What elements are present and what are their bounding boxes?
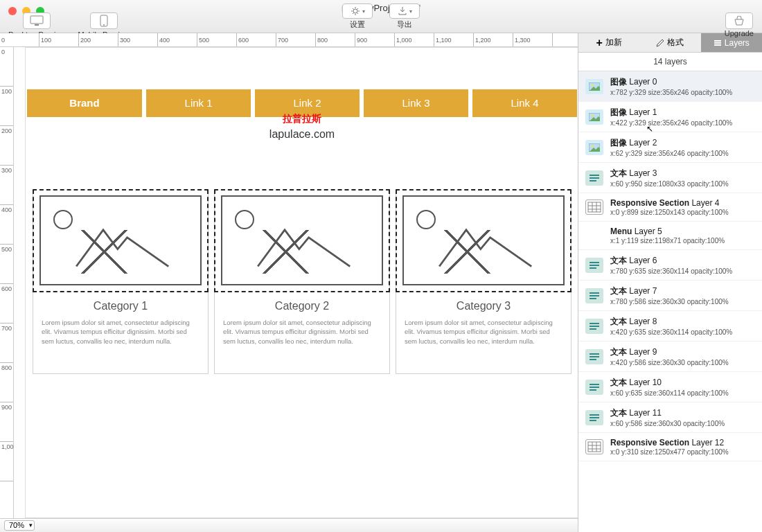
layer-row[interactable]: Menu Layer 5x:1 y:119 size:1198x71 opaci… bbox=[578, 222, 762, 250]
gear-icon bbox=[351, 6, 360, 16]
mobile-icon bbox=[100, 15, 108, 27]
card[interactable]: Category 2Lorem ipsum dolor sit amet, co… bbox=[214, 189, 390, 374]
layer-row[interactable]: 图像 Layer 0x:782 y:329 size:356x246 opaci… bbox=[578, 71, 762, 102]
layer-info: Responsive Section Layer 4x:0 y:899 size… bbox=[610, 198, 729, 216]
layer-info: 文本 Layer 3x:60 y:950 size:1080x33 opacit… bbox=[610, 168, 729, 188]
image-icon bbox=[585, 140, 603, 155]
zoom-select[interactable]: 70% bbox=[4, 520, 35, 531]
text-icon bbox=[585, 319, 603, 334]
svg-rect-7 bbox=[714, 42, 721, 44]
layer-row[interactable]: 图像 Layer 2x:62 y:329 size:356x246 opacit… bbox=[578, 132, 762, 163]
image-icon bbox=[585, 79, 603, 94]
design-canvas[interactable]: Brand Link 1 Link 2 Link 3 Link 4 拉普拉斯 l… bbox=[14, 47, 578, 518]
svg-rect-18 bbox=[588, 202, 601, 212]
layer-row[interactable]: 文本 Layer 6x:780 y:635 size:360x114 opaci… bbox=[578, 250, 762, 281]
layer-row[interactable]: Responsive Section Layer 12x:0 y:310 siz… bbox=[578, 433, 762, 461]
basket-icon bbox=[733, 16, 745, 26]
svg-point-10 bbox=[592, 84, 594, 86]
tab-style[interactable]: 格式 bbox=[639, 33, 700, 53]
card-image-placeholder[interactable] bbox=[33, 190, 209, 292]
settings-button[interactable]: ▾ 设置 bbox=[342, 3, 373, 30]
grid-icon bbox=[585, 200, 603, 215]
card[interactable]: Category 3Lorem ipsum dolor sit amet, co… bbox=[396, 189, 572, 374]
svg-point-14 bbox=[592, 145, 594, 147]
card-image-placeholder[interactable] bbox=[396, 190, 572, 292]
export-button[interactable]: ▾ 导出 bbox=[389, 3, 420, 30]
layer-info: 文本 Layer 10x:60 y:635 size:360x114 opaci… bbox=[610, 377, 729, 397]
svg-rect-8 bbox=[714, 44, 721, 46]
svg-rect-1 bbox=[30, 16, 43, 24]
toolbar-center: ▾ 设置 ▾ 导出 bbox=[342, 3, 420, 30]
card-heading: Category 3 bbox=[396, 292, 571, 318]
layer-row[interactable]: Responsive Section Layer 4x:0 y:899 size… bbox=[578, 193, 762, 222]
svg-rect-6 bbox=[714, 40, 721, 42]
layer-info: 文本 Layer 8x:420 y:635 size:360x114 opaci… bbox=[610, 316, 732, 336]
pencil-icon bbox=[656, 39, 664, 47]
svg-point-4 bbox=[103, 24, 105, 26]
layer-info: 图像 Layer 2x:62 y:329 size:356x246 opacit… bbox=[610, 137, 729, 157]
watermark-url: lapulace.com bbox=[26, 128, 578, 141]
card-body: Lorem ipsum dolor sit amet, consectetur … bbox=[215, 318, 389, 373]
canvas-area: 01002003004005006007008009001,0001,1001,… bbox=[0, 33, 578, 532]
layer-row[interactable]: 文本 Layer 3x:60 y:950 size:1080x33 opacit… bbox=[578, 163, 762, 193]
layer-info: Responsive Section Layer 12x:0 y:310 siz… bbox=[610, 438, 729, 456]
layers-icon bbox=[714, 39, 722, 47]
titlebar: NewProject.wolf Desktop Preview Mobile P… bbox=[0, 0, 762, 33]
card[interactable]: Category 1Lorem ipsum dolor sit amet, co… bbox=[33, 189, 209, 374]
watermark-cn: 拉普拉斯 bbox=[26, 113, 578, 125]
layer-info: 文本 Layer 7x:780 y:586 size:360x30 opacit… bbox=[610, 285, 729, 305]
card-heading: Category 2 bbox=[215, 292, 389, 318]
layer-info: 文本 Layer 6x:780 y:635 size:360x114 opaci… bbox=[610, 255, 732, 275]
text-icon bbox=[585, 380, 603, 395]
card-body: Lorem ipsum dolor sit amet, consectetur … bbox=[396, 318, 571, 373]
side-panel: +加新 格式 Layers 14 layers 图像 Layer 0x:782 … bbox=[578, 33, 762, 532]
svg-point-12 bbox=[592, 114, 594, 116]
ruler-horizontal: 01002003004005006007008009001,0001,1001,… bbox=[0, 33, 578, 47]
layer-row[interactable]: 文本 Layer 9x:420 y:586 size:360x30 opacit… bbox=[578, 342, 762, 372]
export-icon bbox=[398, 6, 407, 16]
status-bar: 70% bbox=[0, 518, 578, 532]
layer-info: ↖图像 Layer 1x:422 y:329 size:356x246 opac… bbox=[610, 107, 732, 127]
svg-point-5 bbox=[353, 9, 357, 13]
card-section: Category 1Lorem ipsum dolor sit amet, co… bbox=[26, 189, 578, 374]
layer-row[interactable]: ↖图像 Layer 1x:422 y:329 size:356x246 opac… bbox=[578, 102, 762, 132]
layer-row[interactable]: 文本 Layer 10x:60 y:635 size:360x114 opaci… bbox=[578, 372, 762, 402]
layer-row[interactable]: 文本 Layer 11x:60 y:586 size:360x30 opacit… bbox=[578, 402, 762, 433]
layer-row[interactable]: 文本 Layer 7x:780 y:586 size:360x30 opacit… bbox=[578, 281, 762, 311]
layer-info: 图像 Layer 0x:782 y:329 size:356x246 opaci… bbox=[610, 76, 732, 96]
text-icon bbox=[585, 349, 603, 364]
ruler-vertical: 01002003004005006007008009001,000 bbox=[0, 47, 14, 518]
tab-add[interactable]: +加新 bbox=[578, 33, 639, 53]
text-icon bbox=[585, 288, 603, 303]
layer-info: 文本 Layer 9x:420 y:586 size:360x30 opacit… bbox=[610, 346, 729, 366]
layer-info: Menu Layer 5x:1 y:119 size:1198x71 opaci… bbox=[610, 227, 725, 245]
text-icon bbox=[585, 410, 603, 425]
layers-count: 14 layers bbox=[578, 53, 762, 71]
image-icon bbox=[585, 109, 603, 125]
upgrade-button[interactable]: Upgrade bbox=[725, 12, 754, 37]
text-icon bbox=[585, 170, 603, 186]
layers-list[interactable]: 图像 Layer 0x:782 y:329 size:356x246 opaci… bbox=[578, 71, 762, 532]
card-image-placeholder[interactable] bbox=[214, 190, 390, 292]
svg-rect-2 bbox=[35, 24, 39, 26]
page: Brand Link 1 Link 2 Link 3 Link 4 拉普拉斯 l… bbox=[25, 47, 578, 518]
svg-rect-41 bbox=[588, 442, 601, 452]
grid-icon bbox=[585, 439, 603, 454]
layer-row[interactable]: 文本 Layer 8x:420 y:635 size:360x114 opaci… bbox=[578, 311, 762, 342]
layer-info: 文本 Layer 11x:60 y:586 size:360x30 opacit… bbox=[610, 407, 725, 427]
desktop-icon bbox=[29, 15, 44, 26]
card-heading: Category 1 bbox=[33, 292, 208, 318]
blank-icon bbox=[585, 228, 603, 243]
card-body: Lorem ipsum dolor sit amet, consectetur … bbox=[33, 318, 208, 373]
text-icon bbox=[585, 258, 603, 273]
